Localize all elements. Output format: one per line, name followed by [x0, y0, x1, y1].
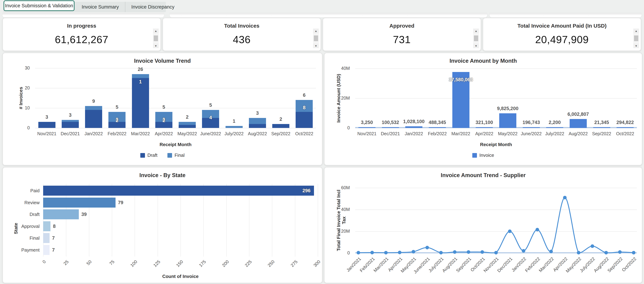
collapsed-card-strip: [490, 13, 642, 17]
bar-segment-draft[interactable]: [272, 124, 289, 128]
bar-segment-final[interactable]: [85, 106, 102, 110]
scrollbar-thumb[interactable]: [474, 35, 478, 41]
data-point-marker[interactable]: [398, 251, 402, 254]
bar-value-label: 2,200: [537, 120, 572, 125]
x-tick-label: Nov/2021: [34, 131, 59, 136]
kpi-scrollbar[interactable]: ▲ ▼: [633, 28, 639, 48]
bar-segment-draft[interactable]: [296, 112, 313, 128]
chart-invoice-amount-trend-supplier: Invoice Amount Trend - Supplier 020M40M6…: [324, 167, 642, 283]
bar-segment-draft[interactable]: [132, 78, 149, 128]
bar[interactable]: [593, 127, 610, 128]
bar-value-label: 8: [53, 224, 69, 229]
x-tick-label: Mar/2022: [128, 131, 153, 136]
bar-segment-draft[interactable]: [62, 122, 79, 128]
data-point-marker[interactable]: [384, 251, 388, 255]
data-point-marker[interactable]: [536, 228, 539, 232]
x-tick-label: Jan/2022: [81, 131, 106, 136]
bar-value-label: 7: [52, 247, 68, 253]
bar[interactable]: [546, 127, 563, 128]
tab-invoice-submission-validation[interactable]: Invoice Submission & Validation: [4, 0, 74, 11]
legend-item[interactable]: Final: [168, 153, 184, 158]
y-axis-title: # Invoices: [18, 75, 24, 121]
x-tick-label: Feb/2022: [104, 131, 130, 136]
scrollbar-thumb[interactable]: [154, 35, 158, 41]
scroll-up-icon[interactable]: ▲: [633, 28, 639, 33]
x-tick-label: Feb/2022: [425, 131, 450, 136]
tab-invoice-discrepancy[interactable]: Invoice Discrepancy: [125, 2, 180, 12]
tab-invoice-summary[interactable]: Invoice Summary: [76, 2, 125, 12]
x-tick-label: May/2022: [175, 131, 200, 136]
chart-invoice-by-state: Invoice - By State 025507510012515017520…: [2, 167, 322, 283]
chart-title: Invoice Volume Trend: [3, 58, 322, 64]
bar-segment-final[interactable]: [132, 74, 149, 78]
bar-value-label: 37,580,063: [443, 77, 479, 82]
kpi-title: Total Invoice Amount Paid (In USD): [483, 23, 641, 29]
bar-value-label: 5: [151, 104, 176, 110]
data-point-marker[interactable]: [604, 251, 608, 255]
data-point-marker[interactable]: [577, 251, 580, 255]
data-point-marker[interactable]: [508, 230, 512, 233]
bar[interactable]: [523, 127, 540, 128]
legend-item[interactable]: Invoice: [472, 153, 494, 158]
kpi-scrollbar[interactable]: ▲ ▼: [473, 28, 479, 48]
scroll-down-icon[interactable]: ▼: [633, 43, 639, 48]
data-point-marker[interactable]: [480, 250, 484, 254]
legend-item[interactable]: Draft: [140, 153, 158, 158]
x-axis-title: Receipt Month: [35, 142, 316, 147]
bar[interactable]: [43, 198, 116, 208]
data-point-marker[interactable]: [494, 251, 498, 255]
bar-inner-label: 4: [198, 115, 223, 120]
bar[interactable]: [429, 127, 446, 128]
kpi-title: Approved: [323, 23, 481, 29]
data-point-marker[interactable]: [412, 250, 415, 254]
data-point-marker[interactable]: [632, 251, 636, 255]
kpi-scrollbar[interactable]: ▲ ▼: [313, 28, 319, 48]
bar-segment-draft[interactable]: [179, 125, 196, 128]
data-point-marker[interactable]: [522, 249, 525, 253]
bar[interactable]: [616, 127, 634, 128]
kpi-value: 731: [323, 33, 481, 45]
y-tick-label: 40M: [336, 66, 350, 71]
data-point-marker[interactable]: [590, 245, 594, 248]
data-point-marker[interactable]: [439, 251, 443, 255]
bar-segment-final[interactable]: [226, 126, 243, 128]
bar[interactable]: [43, 209, 79, 219]
data-point-marker[interactable]: [563, 196, 566, 199]
x-tick-label: May/2022: [495, 131, 520, 136]
bar-segment-final[interactable]: [249, 118, 266, 124]
bar[interactable]: [405, 126, 422, 128]
bar[interactable]: [43, 186, 314, 196]
scroll-down-icon[interactable]: ▼: [313, 43, 319, 48]
bar[interactable]: [382, 127, 399, 128]
data-point-marker[interactable]: [370, 251, 374, 255]
scrollbar-thumb[interactable]: [314, 35, 318, 41]
bar-segment-final[interactable]: [179, 122, 196, 125]
bar[interactable]: [43, 245, 50, 255]
scroll-up-icon[interactable]: ▲: [313, 28, 319, 33]
data-point-marker[interactable]: [549, 250, 553, 253]
data-point-marker[interactable]: [426, 246, 429, 250]
data-point-marker[interactable]: [356, 251, 360, 255]
data-point-marker[interactable]: [453, 250, 456, 254]
bar-segment-draft[interactable]: [38, 122, 56, 128]
bar[interactable]: [43, 233, 50, 243]
bar[interactable]: [476, 127, 493, 128]
bar-inner-label: 1: [128, 79, 153, 85]
bar-segment-final[interactable]: [62, 120, 79, 122]
scrollbar-thumb[interactable]: [634, 35, 638, 41]
bar-value-label: 39: [81, 212, 97, 217]
bar-segment-draft[interactable]: [85, 110, 102, 128]
x-tick-label: June/2022: [519, 131, 544, 136]
scroll-down-icon[interactable]: ▼: [153, 43, 159, 48]
data-point-marker[interactable]: [467, 250, 470, 254]
bar[interactable]: [43, 221, 50, 231]
scroll-down-icon[interactable]: ▼: [473, 43, 479, 48]
scroll-up-icon[interactable]: ▲: [473, 28, 479, 33]
scroll-up-icon[interactable]: ▲: [153, 28, 159, 33]
bar-value-label: 3: [58, 112, 83, 118]
legend-swatch-icon: [168, 153, 172, 158]
bar-segment-draft[interactable]: [249, 124, 266, 128]
data-point-marker[interactable]: [618, 250, 622, 254]
bar[interactable]: [358, 127, 376, 128]
kpi-scrollbar[interactable]: ▲ ▼: [153, 28, 159, 48]
